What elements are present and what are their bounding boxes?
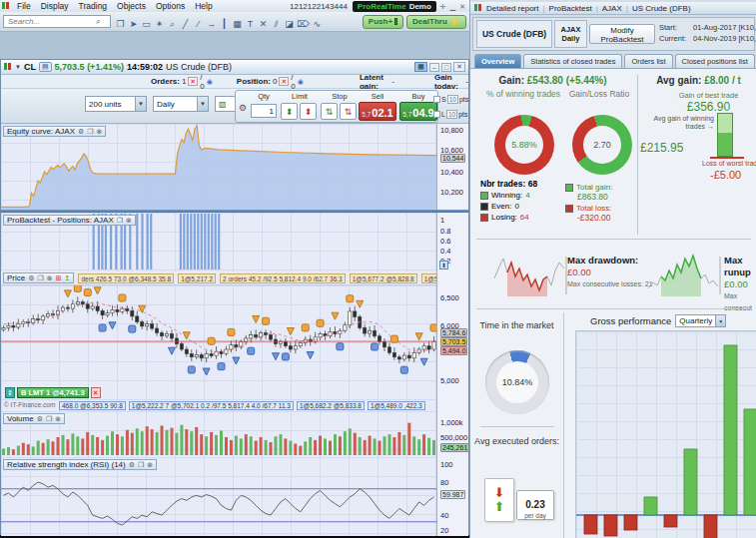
signal-marker-orange[interactable] — [347, 295, 354, 302]
limit-buy-button[interactable]: ⬍ — [281, 103, 298, 120]
signal-marker-blue[interactable] — [188, 366, 195, 373]
signal-marker-blue[interactable] — [248, 347, 255, 354]
cross-icon[interactable]: ✕ — [257, 19, 270, 29]
signal-marker-orange[interactable] — [317, 319, 324, 326]
pointer-icon[interactable]: ➤ — [127, 19, 140, 29]
pending-order-chip[interactable]: ⇕ B LMT 1 @4,741.3 ✕ — [5, 387, 101, 398]
scroll-handle[interactable]: ⬍ — [439, 261, 448, 269]
sell-arrow-marker[interactable] — [183, 332, 190, 339]
trash-icon[interactable]: ⌦ — [296, 19, 311, 29]
executed-order-tag[interactable]: 1@5,682.2 @5,833.8 — [297, 401, 365, 410]
push-button[interactable]: Push+ — [363, 15, 403, 29]
pin-icon[interactable]: ✛ — [438, 3, 448, 10]
minimize-icon[interactable]: – — [429, 63, 439, 72]
search-input[interactable] — [6, 16, 96, 27]
short-checkbox[interactable] — [433, 96, 440, 103]
signal-marker-blue[interactable] — [282, 353, 289, 360]
buy-arrow-marker[interactable] — [420, 358, 427, 365]
dealthru-button[interactable]: DealThru ⚡ — [406, 15, 466, 29]
menu-options[interactable]: Options — [151, 1, 190, 11]
sell-arrow-marker[interactable] — [357, 300, 364, 307]
symbol-dropdown-icon[interactable]: ▼ — [15, 64, 21, 70]
order-tag[interactable]: 1@5,677.2 @5,828.8 — [350, 273, 417, 283]
order-tag[interactable]: ders 426.5 73.0 @6,348.5 35.8 — [78, 273, 174, 283]
sell-button[interactable]: 5,702.1 — [359, 102, 396, 121]
executed-order-tag[interactable]: 1@5,222.2 7 @5,702.1 0.2 /97.5 5,817.4 4… — [129, 401, 294, 410]
modify-probacktest-button[interactable]: Modify ProBacktest — [589, 24, 655, 44]
drag-handle-icon[interactable]: ⇕ — [5, 387, 15, 398]
signal-marker-orange[interactable] — [302, 324, 309, 331]
keyboard-icon[interactable]: ▦ — [414, 62, 427, 72]
arrow-line-icon[interactable]: → — [205, 19, 218, 29]
menu-trading[interactable]: Trading — [74, 1, 113, 11]
signal-marker-blue[interactable] — [129, 325, 136, 332]
executed-order-tag[interactable]: 468.0 @6,353.5 90.8 — [59, 401, 126, 410]
close-position-icon[interactable]: ✕ — [279, 77, 289, 86]
menu-file[interactable]: File — [12, 1, 36, 11]
menu-display[interactable]: Display — [36, 1, 74, 11]
buy-arrow-marker[interactable] — [203, 368, 210, 375]
close-icon[interactable]: ⊗ — [47, 274, 53, 282]
wrench-icon[interactable]: ⚙ — [129, 461, 135, 469]
close-icon[interactable]: ⊗ — [126, 217, 132, 225]
sell-arrow-marker[interactable] — [415, 333, 422, 340]
wrench-icon[interactable]: ⚙ — [37, 415, 43, 423]
signal-marker-orange[interactable] — [119, 294, 126, 301]
detach-icon[interactable]: ❐ — [138, 461, 144, 469]
long-pts-input[interactable]: 10 — [446, 110, 457, 119]
position-detail-icon[interactable]: ◉ — [298, 78, 304, 86]
order-book-icon[interactable]: ◉ — [207, 78, 213, 86]
buy-arrow-marker[interactable] — [273, 353, 280, 360]
order-tag[interactable]: 1@5,484.0 ,417.3 — [421, 273, 436, 283]
sell-arrow-marker[interactable] — [94, 287, 101, 294]
tab-orders-list[interactable]: Orders list — [624, 54, 672, 68]
signal-marker-blue[interactable] — [337, 343, 344, 350]
zigzag-icon[interactable]: ∿ — [311, 19, 324, 29]
gross-performance-chart[interactable] — [575, 330, 756, 538]
maximize-icon[interactable]: □ — [441, 63, 451, 72]
signal-marker-blue[interactable] — [400, 366, 407, 373]
close-icon[interactable]: ✕ — [457, 3, 467, 10]
detach-panel-icon[interactable]: ❐ — [114, 19, 127, 29]
wrench-icon[interactable]: ⚙ — [78, 128, 84, 136]
wrench-icon[interactable]: ⚙ — [28, 274, 34, 282]
cancel-orders-icon[interactable]: ✕ — [188, 77, 198, 86]
parallel-lines-icon[interactable]: ⫽ — [270, 19, 283, 30]
period-select[interactable]: Quarterly ▼ — [675, 314, 726, 327]
buy-arrow-marker[interactable] — [109, 322, 116, 329]
buy-button[interactable]: 5,704.9 — [399, 102, 437, 121]
sell-arrow-marker[interactable] — [139, 305, 146, 312]
volume-plot[interactable] — [1, 411, 436, 457]
buy-arrow-marker[interactable] — [307, 351, 314, 358]
signal-marker-orange[interactable] — [390, 335, 397, 342]
close-icon[interactable]: ⊗ — [147, 461, 153, 469]
fibonacci-icon[interactable]: ▦ — [231, 19, 244, 29]
signal-marker-orange[interactable] — [74, 285, 81, 291]
sell-arrow-marker[interactable] — [253, 315, 260, 322]
close-icon[interactable]: ✕ — [453, 62, 465, 72]
order-tag[interactable]: 2 orders 45.2 /92.5 5,812.4 9.0 /62.7 36… — [220, 273, 346, 283]
units-select[interactable]: 200 units ▼ — [85, 96, 147, 112]
delete-order-icon[interactable]: ✕ — [91, 387, 101, 398]
quantity-input[interactable] — [251, 104, 277, 118]
pattern-icon[interactable]: ✶ — [153, 19, 166, 29]
text-icon[interactable]: T — [244, 19, 257, 29]
short-pts-input[interactable]: 10 — [447, 95, 458, 104]
info-chip-icon[interactable]: ▤ — [39, 62, 52, 72]
close-icon[interactable]: ⊗ — [97, 128, 103, 136]
detach-icon[interactable]: ❐ — [38, 274, 44, 282]
signal-marker-blue[interactable] — [218, 363, 225, 370]
wrench-icon[interactable]: ⚙ — [239, 103, 247, 113]
close-icon[interactable]: ⊗ — [55, 415, 61, 423]
buy-arrow-marker[interactable] — [168, 347, 175, 354]
executed-order-tag[interactable]: 1@5,489.0 ,422.3 — [368, 401, 425, 410]
signal-marker-orange[interactable] — [228, 328, 235, 335]
limit-sell-button[interactable]: ⬍ — [300, 103, 317, 120]
stop-sell-button[interactable]: ⇅ — [340, 103, 357, 120]
minimize-icon[interactable]: ▁ — [448, 3, 457, 10]
detach-icon[interactable]: ❐ — [87, 128, 93, 136]
trendline-icon[interactable]: ∕ — [192, 19, 205, 29]
sell-arrow-marker[interactable] — [64, 290, 71, 297]
zoom-icon[interactable]: ⌕ — [166, 19, 179, 30]
signal-marker-orange[interactable] — [84, 289, 91, 296]
